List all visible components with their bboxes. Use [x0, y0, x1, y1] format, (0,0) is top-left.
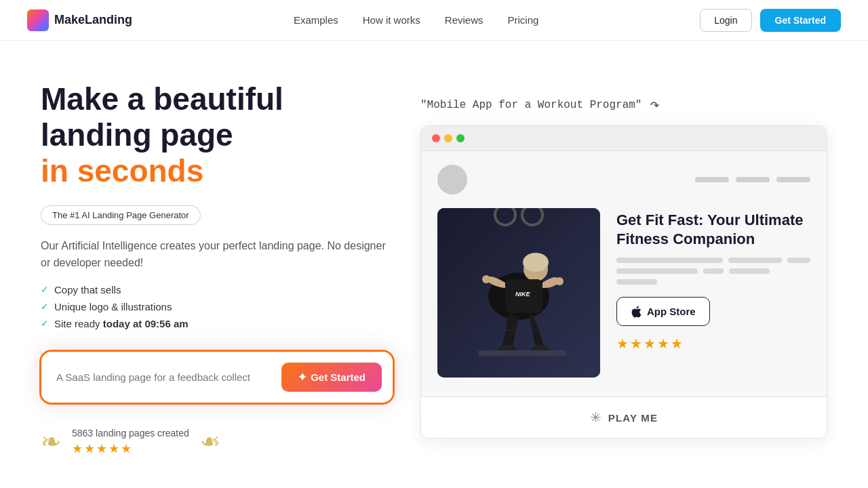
nav-line-1	[695, 177, 729, 182]
card-info: Get Fit Fast: Your Ultimate Fitness Comp…	[616, 208, 810, 352]
svg-point-8	[482, 275, 490, 283]
ph-line-3	[787, 258, 810, 263]
hero-left: Make a beautiful landing page in seconds…	[41, 81, 393, 456]
ph-line-6	[729, 268, 770, 274]
nav-links: Examples How it works Reviews Pricing	[294, 14, 538, 26]
demo-star-4: ★	[657, 336, 669, 352]
ph-row-1	[616, 258, 810, 263]
nav-line-2	[736, 177, 770, 182]
card-image: NIKE	[437, 208, 600, 378]
login-button[interactable]: Login	[700, 9, 751, 32]
feature-3: ✓ Site ready today at 09:56 am	[41, 318, 393, 329]
sparkle-icon: ✦	[298, 371, 307, 384]
play-label: PLAY ME	[608, 412, 658, 424]
check-icon-3: ✓	[41, 318, 49, 329]
ph-line-7	[616, 279, 657, 285]
card-logo	[437, 165, 467, 195]
demo-star-2: ★	[630, 336, 642, 352]
ph-row-3	[616, 279, 810, 285]
cta-input[interactable]	[56, 371, 273, 383]
ph-row-2	[616, 268, 810, 274]
window-dot-yellow	[444, 134, 452, 142]
nav-reviews[interactable]: Reviews	[445, 14, 484, 26]
hero-title: Make a beautiful landing page in seconds	[41, 81, 393, 189]
nav-actions: Login Get Started	[700, 9, 841, 32]
laurel-left: ❧	[41, 428, 61, 456]
get-started-nav-button[interactable]: Get Started	[760, 9, 841, 32]
arrow-icon: ↷	[650, 95, 659, 115]
window-dot-green	[456, 134, 465, 142]
hero-description: Our Artificial Intelligence creates your…	[41, 237, 393, 272]
play-bar[interactable]: ✳ PLAY ME	[421, 396, 827, 438]
star-1: ★	[72, 441, 83, 456]
star-3: ★	[96, 441, 107, 456]
check-icon-1: ✓	[41, 284, 49, 295]
hero-right: "Mobile App for a Workout Program" ↷	[420, 81, 827, 439]
window-titlebar	[421, 126, 827, 151]
workout-image-svg: NIKE	[437, 208, 600, 378]
cta-box: ✦ Get Started	[41, 351, 393, 403]
hero-section: Make a beautiful landing page in seconds…	[0, 41, 868, 483]
card-header	[437, 165, 810, 195]
cta-get-started-button[interactable]: ✦ Get Started	[281, 363, 382, 392]
hero-badge: The #1 AI Landing Page Generator	[41, 205, 201, 225]
star-5: ★	[121, 441, 132, 456]
feature-1: ✓ Copy that sells	[41, 284, 393, 296]
demo-star-1: ★	[616, 336, 629, 352]
demo-star-5: ★	[671, 336, 683, 352]
ph-line-2	[728, 258, 782, 263]
demo-label: "Mobile App for a Workout Program" ↷	[420, 95, 827, 115]
logo-text: MakeLanding	[54, 13, 132, 27]
apple-icon	[631, 304, 642, 319]
logo[interactable]: MakeLanding	[27, 9, 132, 31]
svg-rect-12	[478, 350, 566, 356]
feature-2: ✓ Unique logo & illustrations	[41, 301, 393, 312]
check-icon-2: ✓	[41, 301, 49, 312]
svg-point-5	[523, 253, 549, 272]
nav-pricing[interactable]: Pricing	[507, 14, 538, 26]
play-sparkle-icon: ✳	[590, 409, 601, 426]
stats-row: ❧ 5863 landing pages created ★ ★ ★ ★ ★ ❧	[41, 428, 393, 456]
hero-title-accent: in seconds	[41, 153, 203, 188]
ph-line-1	[616, 258, 723, 263]
hero-features: ✓ Copy that sells ✓ Unique logo & illust…	[41, 284, 393, 329]
site-ready-time: today at 09:56 am	[103, 318, 189, 329]
ph-line-4	[616, 268, 698, 274]
card-body: NIKE	[437, 208, 810, 378]
card-title: Get Fit Fast: Your Ultimate Fitness Comp…	[616, 211, 810, 248]
ph-line-5	[703, 268, 724, 274]
window-dot-red	[432, 134, 440, 142]
window-content: NIKE	[421, 151, 827, 396]
nav-how-it-works[interactable]: How it works	[363, 14, 420, 26]
star-4: ★	[108, 441, 119, 456]
svg-text:NIKE: NIKE	[515, 291, 530, 298]
laurel-right: ❧	[200, 428, 220, 456]
svg-point-9	[555, 277, 564, 285]
demo-stars: ★ ★ ★ ★ ★	[616, 336, 810, 352]
nav-line-3	[776, 177, 810, 182]
demo-star-3: ★	[644, 336, 656, 352]
stats-info: 5863 landing pages created ★ ★ ★ ★ ★	[72, 428, 189, 456]
card-nav-lines	[695, 177, 810, 182]
nav-examples[interactable]: Examples	[294, 14, 338, 26]
app-store-button[interactable]: App Store	[616, 297, 710, 326]
logo-icon	[27, 9, 49, 31]
navbar: MakeLanding Examples How it works Review…	[0, 0, 868, 41]
star-2: ★	[84, 441, 95, 456]
stats-count: 5863 landing pages created	[72, 428, 189, 439]
demo-window: NIKE	[420, 125, 827, 439]
hero-stars: ★ ★ ★ ★ ★	[72, 441, 189, 456]
placeholder-text-lines	[616, 258, 810, 285]
